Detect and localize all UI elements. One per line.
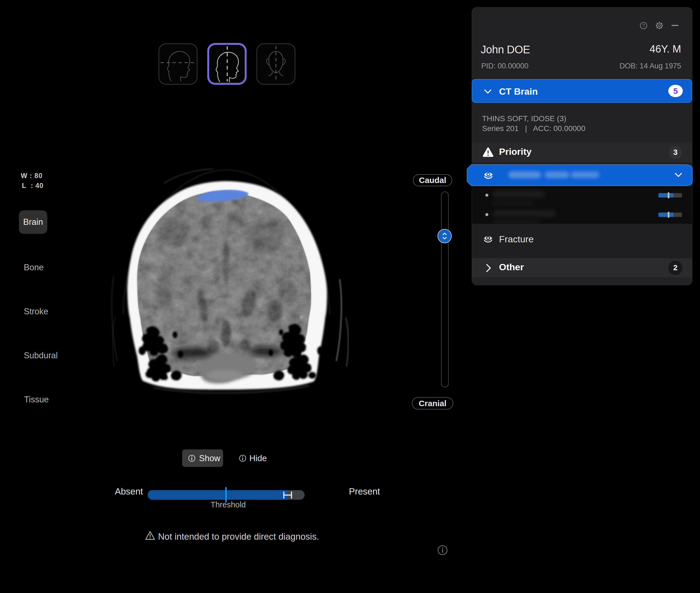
svg-text:?: ? [642, 23, 645, 28]
